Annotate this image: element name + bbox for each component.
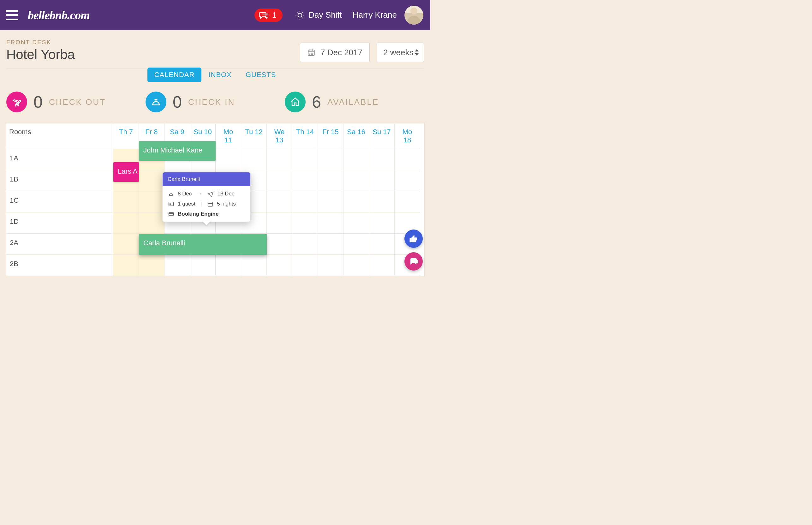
booking-bar-brunelli[interactable]: Carla Brunelli xyxy=(139,234,267,255)
svg-line-8 xyxy=(302,12,303,13)
grid-cell[interactable] xyxy=(395,170,420,191)
logo[interactable]: bellebnb.com xyxy=(28,8,90,22)
grid-cell[interactable] xyxy=(139,191,165,212)
select-caret-icon xyxy=(415,49,419,56)
grid-cell[interactable] xyxy=(267,149,292,170)
range-select[interactable]: 2 weeks xyxy=(377,43,424,62)
tab-inbox[interactable]: INBOX xyxy=(201,68,238,82)
svg-point-0 xyxy=(298,13,302,17)
avatar[interactable] xyxy=(404,6,423,25)
room-label[interactable]: 2B xyxy=(6,255,113,276)
svg-rect-24 xyxy=(208,202,213,206)
popover-guests-nights: 1 guest | 5 nights xyxy=(168,201,245,207)
room-label[interactable]: 1B xyxy=(6,170,113,191)
day-col-5[interactable]: Tu 12 xyxy=(241,123,267,149)
grid-cell[interactable] xyxy=(292,191,318,212)
stat-checkin[interactable]: 0 CHECK IN xyxy=(146,92,285,112)
grid-cell[interactable] xyxy=(344,212,369,234)
rooms-header: Rooms xyxy=(6,123,113,149)
grid-cell[interactable] xyxy=(292,255,318,276)
grid-cell[interactable] xyxy=(216,149,241,170)
grid-cell[interactable] xyxy=(395,149,420,170)
grid-cell[interactable] xyxy=(292,212,318,234)
grid-cell[interactable] xyxy=(318,212,344,234)
day-col-4[interactable]: Mo 11 xyxy=(216,123,241,149)
grid-cell[interactable] xyxy=(165,255,190,276)
available-count: 6 xyxy=(312,92,321,111)
messages-count: 1 xyxy=(272,11,276,19)
grid-cell[interactable] xyxy=(318,191,344,212)
date-value: 7 Dec 2017 xyxy=(320,48,362,58)
stat-available[interactable]: 6 AVAILABLE xyxy=(285,92,424,112)
room-label[interactable]: 2A xyxy=(6,234,113,255)
grid-cell[interactable] xyxy=(139,212,165,234)
grid-cell[interactable] xyxy=(318,149,344,170)
svg-line-7 xyxy=(297,18,298,18)
menu-button[interactable] xyxy=(6,10,18,20)
day-col-10[interactable]: Su 17 xyxy=(369,123,395,149)
room-label[interactable]: 1C xyxy=(6,191,113,212)
grid-cell[interactable] xyxy=(369,170,395,191)
grid-cell[interactable] xyxy=(369,234,395,255)
grid-cell[interactable] xyxy=(190,255,216,276)
day-col-6[interactable]: We 13 xyxy=(267,123,292,149)
stat-checkout[interactable]: 0 CHECK OUT xyxy=(6,92,146,112)
grid-cell[interactable] xyxy=(113,234,139,255)
grid-cell[interactable] xyxy=(267,234,292,255)
grid-cell[interactable] xyxy=(344,191,369,212)
svg-line-3 xyxy=(297,12,298,13)
grid-cell[interactable] xyxy=(267,212,292,234)
grid-cell[interactable] xyxy=(395,191,420,212)
booking-bar-kane[interactable]: John Michael Kane xyxy=(139,141,216,161)
svg-line-4 xyxy=(302,18,303,18)
room-label[interactable]: 1D xyxy=(6,212,113,234)
grid-cell[interactable] xyxy=(369,191,395,212)
day-col-11[interactable]: Mo 18 xyxy=(395,123,420,149)
popover-source: Booking Engine xyxy=(168,211,245,217)
shift-toggle[interactable]: Day Shift xyxy=(295,10,342,20)
messages-pill[interactable]: 1 xyxy=(254,9,283,22)
page-title: Hotel Yorba xyxy=(6,47,75,62)
grid-cell[interactable] xyxy=(369,212,395,234)
grid-cell[interactable] xyxy=(267,191,292,212)
grid-cell[interactable] xyxy=(369,255,395,276)
bell-icon xyxy=(168,191,175,197)
day-col-8[interactable]: Fr 15 xyxy=(318,123,344,149)
grid-cell[interactable] xyxy=(292,170,318,191)
room-label[interactable]: 1A xyxy=(6,149,113,170)
grid-cell[interactable] xyxy=(292,149,318,170)
date-picker[interactable]: 7 Dec 2017 xyxy=(300,43,370,62)
day-col-9[interactable]: Sa 16 xyxy=(344,123,369,149)
svg-point-14 xyxy=(311,53,311,54)
user-name[interactable]: Harry Krane xyxy=(352,10,397,20)
popover-checkout: 13 Dec xyxy=(217,191,234,197)
fab-chat[interactable] xyxy=(404,252,423,271)
day-col-0[interactable]: Th 7 xyxy=(113,123,139,149)
tab-calendar[interactable]: CALENDAR xyxy=(148,68,202,82)
grid-cell[interactable] xyxy=(139,170,165,191)
fab-thumbs-up[interactable] xyxy=(404,229,423,248)
grid-cell[interactable] xyxy=(344,149,369,170)
grid-cell[interactable] xyxy=(113,212,139,234)
grid-cell[interactable] xyxy=(318,234,344,255)
grid-cell[interactable] xyxy=(369,149,395,170)
grid-cell[interactable] xyxy=(113,191,139,212)
grid-cell[interactable] xyxy=(241,255,267,276)
grid-cell[interactable] xyxy=(113,255,139,276)
grid-cell[interactable] xyxy=(344,255,369,276)
range-value: 2 weeks xyxy=(383,48,413,58)
grid-cell[interactable] xyxy=(139,255,165,276)
grid-cell[interactable] xyxy=(292,234,318,255)
tab-guests[interactable]: GUESTS xyxy=(239,68,283,82)
grid-cell[interactable] xyxy=(241,149,267,170)
day-col-7[interactable]: Th 14 xyxy=(292,123,318,149)
grid-cell[interactable] xyxy=(267,255,292,276)
grid-cell[interactable] xyxy=(216,255,241,276)
grid-cell[interactable] xyxy=(344,170,369,191)
grid-cell[interactable] xyxy=(267,170,292,191)
popover-dates: 8 Dec → 13 Dec xyxy=(168,191,245,197)
grid-cell[interactable] xyxy=(344,234,369,255)
grid-cell[interactable] xyxy=(318,255,344,276)
booking-bar-lars[interactable]: Lars A xyxy=(113,162,139,182)
grid-cell[interactable] xyxy=(318,170,344,191)
